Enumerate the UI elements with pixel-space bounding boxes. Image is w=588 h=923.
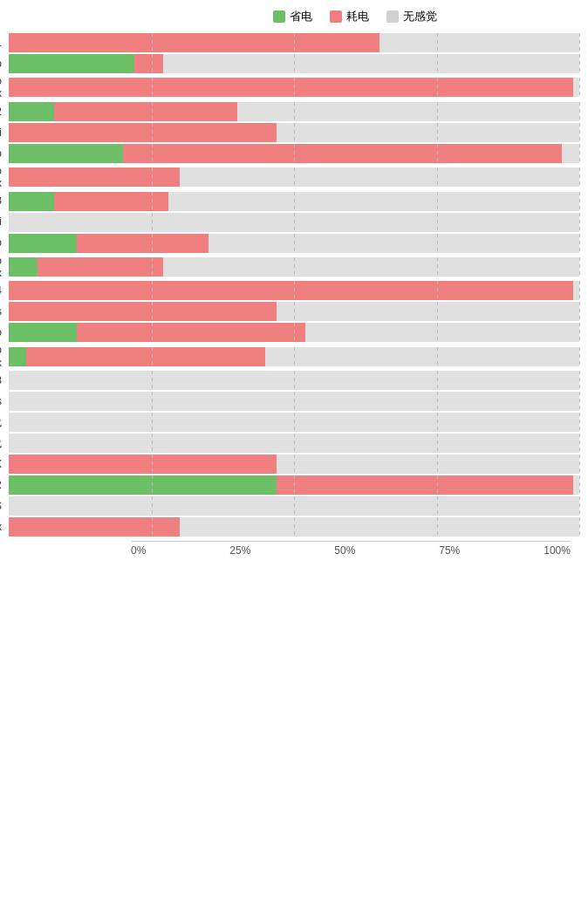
bar-row: iPhone 13 ProMax: [9, 255, 579, 280]
bar-segment-red: [9, 78, 573, 97]
bar-track: [9, 33, 579, 52]
bar-label: iPhone 8 Plus: [0, 395, 9, 407]
grid-line: [437, 54, 438, 73]
grid-line: [437, 33, 438, 52]
grid-line: [152, 413, 153, 432]
grid-line: [437, 102, 438, 121]
bar-segment-green: [9, 102, 54, 121]
bar-label: iPhone 12: [0, 106, 9, 118]
grid-line: [437, 347, 438, 366]
bar-row: iPhone SE 第3代: [9, 434, 579, 453]
bar-track: [9, 302, 579, 321]
grid-line: [437, 413, 438, 432]
grid-line: [579, 102, 580, 121]
bar-row: iPhone 11: [9, 33, 579, 52]
bar-track: [9, 392, 579, 411]
grid-line: [294, 302, 295, 321]
grid-line: [437, 234, 438, 253]
grid-line: [294, 54, 295, 73]
bar-row: iPhone 14: [9, 281, 579, 300]
grid-line: [437, 434, 438, 453]
grid-line: [294, 102, 295, 121]
bar-row: iPhone XR: [9, 475, 579, 495]
grid-line: [437, 496, 438, 516]
grid-line: [579, 54, 580, 73]
x-axis-label: 75%: [439, 544, 460, 557]
grid-line: [579, 123, 580, 142]
grid-line: [579, 371, 580, 390]
bar-segment-green: [9, 234, 77, 253]
grid-line: [152, 434, 153, 453]
bar-label: iPhone 12 Pro: [0, 147, 9, 160]
legend: 省电耗电无感觉: [131, 9, 579, 24]
grid-line: [294, 517, 295, 537]
bar-track: [9, 123, 579, 142]
grid-line: [294, 168, 295, 187]
legend-color-dot: [273, 10, 285, 23]
x-axis-label: 0%: [131, 544, 146, 557]
bar-row: iPhone 14 ProMax: [9, 344, 579, 369]
bar-track: [9, 475, 579, 495]
grid-line: [579, 192, 580, 211]
bar-row: iPhone 12: [9, 102, 579, 121]
legend-item: 耗电: [330, 9, 369, 24]
bar-track: [9, 413, 579, 432]
bar-row: iPhone 13 Pro: [9, 234, 579, 253]
bar-label: iPhone 11 Pro: [0, 58, 9, 70]
bar-segment-green: [9, 192, 54, 211]
grid-line: [437, 192, 438, 211]
grid-line: [294, 257, 295, 277]
bar-row: iPhone 12 ProMax: [9, 165, 579, 190]
grid-line: [579, 496, 580, 516]
grid-line: [294, 413, 295, 432]
grid-line: [437, 213, 438, 232]
bar-segment-red: [26, 347, 266, 366]
bar-segment-red: [9, 517, 180, 537]
legend-label: 无感觉: [403, 9, 437, 24]
grid-line: [579, 234, 580, 253]
bar-track: [9, 371, 579, 390]
grid-line: [294, 455, 295, 474]
bar-label: iPhone 14 ProMax: [0, 344, 9, 369]
legend-label: 耗电: [346, 9, 369, 24]
chart-container: 省电耗电无感觉 iPhone 11iPhone 11 ProiPhone 11 …: [0, 9, 588, 557]
grid-line: [294, 192, 295, 211]
bar-track: [9, 78, 579, 97]
bar-segment-red: [134, 54, 163, 73]
bar-track: [9, 347, 579, 366]
grid-line: [579, 213, 580, 232]
bar-segment-red: [9, 33, 379, 52]
bar-segment-red: [54, 102, 236, 121]
bar-track: [9, 234, 579, 253]
bar-label: iPhone SE 第3代: [0, 437, 9, 449]
grid-line: [437, 123, 438, 142]
bar-segment-green: [9, 347, 26, 366]
grid-line: [294, 392, 295, 411]
bar-row: iPhone 11 ProMax: [9, 75, 579, 100]
bar-segment-red: [277, 475, 573, 495]
bar-track: [9, 168, 579, 187]
bar-segment-green: [9, 257, 38, 277]
bar-row: iPhone 14 Plus: [9, 302, 579, 321]
bar-track: [9, 102, 579, 121]
bar-row: iPhone 13: [9, 192, 579, 211]
bar-track: [9, 281, 579, 300]
bar-segment-red: [77, 323, 305, 342]
grid-line: [579, 475, 580, 495]
grid-line: [294, 234, 295, 253]
bar-row: iPhone 13 mini: [9, 213, 579, 232]
bar-segment-red: [9, 302, 277, 321]
grid-line: [579, 517, 580, 537]
bar-row: iPhone 12 Pro: [9, 144, 579, 163]
grid-line: [437, 517, 438, 537]
bar-segment-green: [9, 323, 77, 342]
grid-line: [294, 434, 295, 453]
x-axis-label: 100%: [544, 544, 571, 557]
bar-row: iPhone XS Max: [9, 517, 579, 537]
bar-track: [9, 434, 579, 453]
bar-track: [9, 323, 579, 342]
grid-line: [437, 257, 438, 277]
grid-line: [579, 281, 580, 300]
legend-item: 省电: [273, 9, 312, 24]
grid-line: [579, 257, 580, 277]
